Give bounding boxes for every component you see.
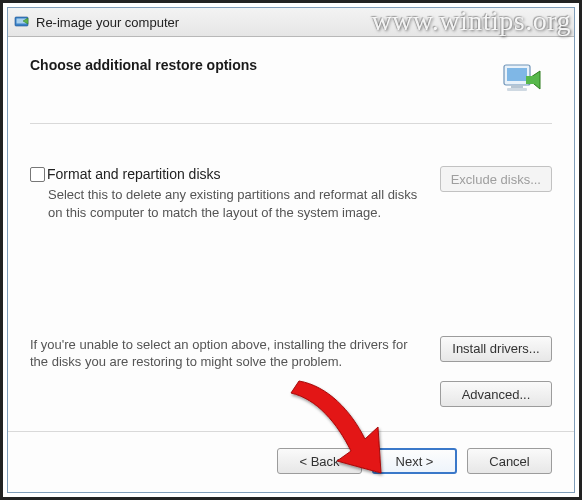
svg-rect-5 [507, 88, 527, 91]
cancel-button[interactable]: Cancel [467, 448, 552, 474]
back-button[interactable]: < Back [277, 448, 362, 474]
wizard-footer: < Back Next > Cancel [8, 431, 574, 492]
content-area: Choose additional restore options Format… [8, 37, 574, 431]
page-heading: Choose additional restore options [30, 57, 257, 73]
svg-rect-6 [526, 76, 536, 84]
format-description: Select this to delete any existing parti… [30, 186, 426, 221]
titlebar: Re-image your computer [8, 8, 574, 37]
install-drivers-button[interactable]: Install drivers... [440, 336, 552, 362]
reimage-window: Re-image your computer Choose additional… [7, 7, 575, 493]
format-checkbox[interactable] [30, 167, 45, 182]
exclude-disks-button: Exclude disks... [440, 166, 552, 192]
advanced-button[interactable]: Advanced... [440, 381, 552, 407]
format-checkbox-text: Format and repartition disks [47, 166, 221, 182]
next-button[interactable]: Next > [372, 448, 457, 474]
wizard-body: Format and repartition disks Select this… [30, 124, 552, 431]
svg-rect-3 [507, 68, 527, 81]
window-title: Re-image your computer [36, 15, 179, 30]
reimage-app-icon [14, 14, 30, 30]
svg-rect-4 [511, 85, 523, 88]
format-checkbox-label[interactable]: Format and repartition disks [30, 166, 426, 182]
drivers-info-text: If you're unable to select an option abo… [30, 336, 426, 371]
computer-restore-icon [498, 57, 546, 105]
wizard-header: Choose additional restore options [30, 57, 552, 124]
format-option-row: Format and repartition disks Select this… [30, 166, 552, 221]
